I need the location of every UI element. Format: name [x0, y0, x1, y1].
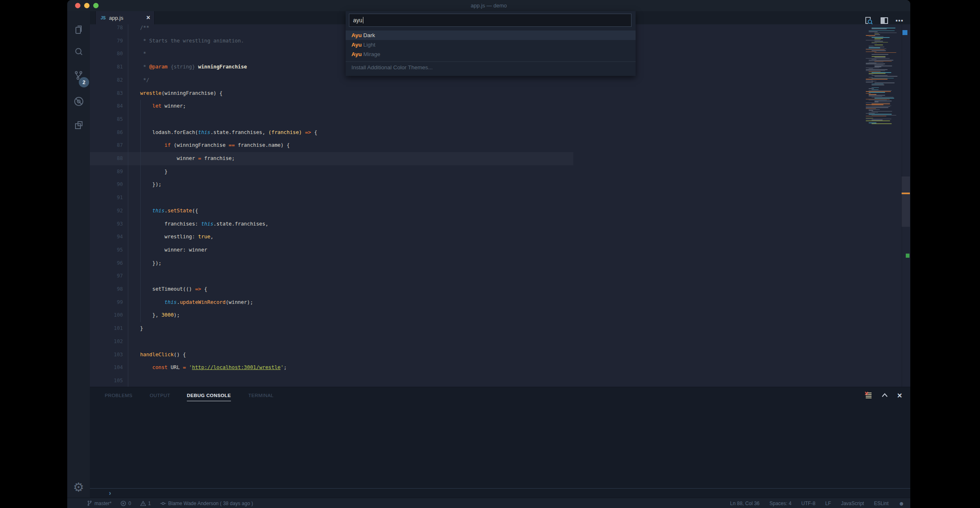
- code-line-92[interactable]: 92 this.setState({: [90, 205, 861, 218]
- code-line-93[interactable]: 93 franchises: this.state.franchises,: [90, 218, 861, 231]
- code-line-83[interactable]: 83 wrestle(winningFranchise) {: [90, 87, 861, 100]
- code-line-89[interactable]: 89 }: [90, 165, 861, 179]
- code-line-103[interactable]: 103 handleClick() {: [90, 348, 861, 362]
- minimap-line: [872, 106, 891, 106]
- quickpick-item-ayu-light[interactable]: Ayu Light: [346, 40, 636, 49]
- minimap-line: [874, 98, 894, 99]
- clear-console-button[interactable]: [864, 391, 873, 400]
- code-line-105[interactable]: 105: [90, 374, 861, 387]
- panel-tab-output[interactable]: OUTPUT: [150, 391, 170, 400]
- line-number: 80: [90, 47, 123, 61]
- sidebar-item-debug[interactable]: [67, 92, 90, 111]
- status-item-ln-88-col-36[interactable]: Ln 88, Col 36: [730, 501, 759, 506]
- code-text: handleClick() {: [128, 348, 186, 362]
- files-icon: [73, 24, 85, 35]
- scm-badge: 2: [79, 77, 89, 87]
- code-line-86[interactable]: 86 lodash.forEach(this.state.franchises,…: [90, 126, 861, 139]
- status-label: Ln 88, Col 36: [730, 501, 759, 506]
- code-line-88[interactable]: 88 winner = franchise;: [90, 152, 861, 165]
- code-text: winner = franchise;: [128, 152, 235, 165]
- minimap-line: [872, 43, 877, 44]
- close-panel-button[interactable]: ×: [895, 391, 904, 400]
- search-icon: [73, 46, 85, 58]
- code-line-104[interactable]: 104 const URL = 'http://localhost:3001/w…: [90, 361, 861, 374]
- minimap-line: [866, 80, 873, 81]
- code-line-90[interactable]: 90 });: [90, 178, 861, 191]
- line-number: 99: [90, 296, 123, 309]
- maximize-panel-button[interactable]: [880, 391, 889, 400]
- quickpick-item-ayu-mirage[interactable]: Ayu Mirage: [346, 49, 636, 59]
- status-item-javascript[interactable]: JavaScript: [841, 501, 864, 506]
- status-item-0[interactable]: 0: [120, 501, 131, 506]
- quickpick-input[interactable]: ayu: [349, 14, 631, 27]
- gear-icon: ⚙: [73, 481, 84, 494]
- ruler-info-marker: [902, 30, 907, 35]
- minimap-line: [866, 49, 886, 49]
- status-item-utf-8[interactable]: UTF-8: [801, 501, 815, 506]
- minimap-line: [866, 69, 888, 70]
- code-text: franchises: this.state.franchises,: [128, 218, 269, 231]
- sidebar-item-search[interactable]: [67, 42, 90, 61]
- minimap-line: [869, 96, 882, 97]
- minimap-line: [869, 95, 885, 96]
- code-line-98[interactable]: 98 setTimeout(() => {: [90, 283, 861, 296]
- status-item-1[interactable]: 1: [140, 501, 151, 506]
- code-editor[interactable]: 78 /**79 * Starts the wrestling animatio…: [90, 24, 910, 387]
- title-bar[interactable]: app.js — demo: [67, 0, 910, 11]
- code-line-97[interactable]: 97: [90, 270, 861, 283]
- panel-tab-problems[interactable]: PROBLEMS: [105, 391, 132, 400]
- status-item-master[interactable]: master*: [87, 500, 111, 506]
- bottom-panel: PROBLEMSOUTPUTDEBUG CONSOLETERMINAL × ›: [90, 387, 910, 498]
- minimap-line: [866, 79, 888, 80]
- minimap-line: [866, 107, 888, 108]
- status-item-lf[interactable]: LF: [825, 501, 831, 506]
- quickpick-item-ayu-dark[interactable]: Ayu Dark: [346, 31, 636, 40]
- ruler-added-marker: [906, 254, 909, 258]
- settings-gear-button[interactable]: ⚙: [67, 478, 90, 497]
- code-line-101[interactable]: 101 }: [90, 322, 861, 335]
- code-text: const URL = 'http://localhost:3001/wrest…: [128, 361, 287, 374]
- panel-tab-debug-console[interactable]: DEBUG CONSOLE: [187, 391, 231, 401]
- quickpick-item-install-themes[interactable]: Install Additional Color Themes...: [346, 63, 636, 72]
- code-line-96[interactable]: 96 });: [90, 257, 861, 270]
- minimap-line: [874, 66, 881, 67]
- code-line-84[interactable]: 84 let winner;: [90, 100, 861, 113]
- tab-close-icon[interactable]: ×: [146, 14, 150, 21]
- panel-tab-terminal[interactable]: TERMINAL: [248, 391, 273, 400]
- code-line-100[interactable]: 100 }, 3000);: [90, 309, 861, 322]
- code-line-94[interactable]: 94 wrestling: true,: [90, 230, 861, 244]
- minimap-line: [874, 76, 898, 77]
- status-item-blame-wade-anderson-38-days-ago[interactable]: Blame Wade Anderson ( 38 days ago ): [160, 501, 253, 506]
- code-line-91[interactable]: 91: [90, 191, 861, 205]
- minimap-line: [874, 39, 881, 40]
- quickpick-separator: [346, 61, 636, 62]
- minimap-line: [874, 82, 895, 83]
- status-item-spaces-4[interactable]: Spaces: 4: [769, 501, 791, 506]
- minimap-line: [866, 35, 875, 36]
- code-line-95[interactable]: 95 winner: winner: [90, 244, 861, 257]
- tab-app-js[interactable]: JS app.js ×: [95, 11, 155, 24]
- minimap-line: [866, 116, 886, 117]
- status-bar-left: master*01Blame Wade Anderson ( 38 days a…: [87, 500, 262, 506]
- code-line-99[interactable]: 99 this.updateWinRecord(winner);: [90, 296, 861, 309]
- sidebar-item-extensions[interactable]: [67, 116, 90, 135]
- status-item-[interactable]: ☻: [898, 500, 905, 507]
- minimap-line: [874, 101, 879, 102]
- status-label: ESLint: [874, 501, 888, 506]
- line-number: 92: [90, 205, 123, 218]
- minimap[interactable]: [864, 24, 902, 387]
- code-text: }: [128, 165, 167, 179]
- code-line-85[interactable]: 85: [90, 113, 861, 126]
- minimap-line: [869, 47, 880, 48]
- code-text: }: [128, 322, 143, 335]
- sidebar-item-explorer[interactable]: [67, 20, 90, 39]
- repl-prompt-icon[interactable]: ›: [109, 489, 111, 497]
- minimap-line: [872, 123, 892, 124]
- minimap-line: [872, 85, 884, 85]
- code-line-87[interactable]: 87 if (winningFranchise == franchise.nam…: [90, 139, 861, 152]
- vertical-scrollbar[interactable]: [902, 176, 910, 227]
- code-text: winner: winner: [128, 244, 207, 257]
- sidebar-item-source-control[interactable]: 2: [67, 66, 90, 85]
- status-item-eslint[interactable]: ESLint: [874, 501, 888, 506]
- code-line-102[interactable]: 102: [90, 335, 861, 348]
